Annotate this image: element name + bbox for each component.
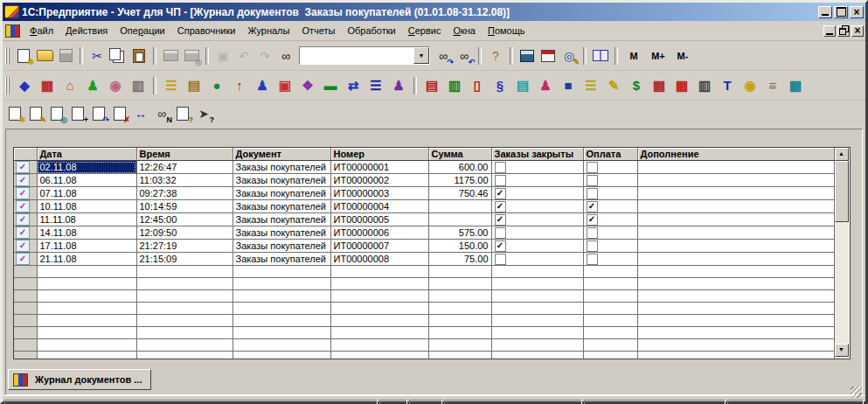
child-minimize-button[interactable] bbox=[823, 25, 836, 37]
help-icon[interactable]: ? bbox=[485, 46, 506, 66]
money-coins-icon[interactable]: ☰ bbox=[160, 75, 183, 96]
new-document-icon[interactable]: ✱ bbox=[13, 46, 34, 66]
cell-paid[interactable] bbox=[583, 253, 637, 266]
cell-paid[interactable] bbox=[583, 226, 637, 240]
view-row-icon[interactable]: ◎ bbox=[46, 104, 67, 123]
cell-closed[interactable]: ✓ bbox=[491, 240, 583, 253]
cell-extra[interactable] bbox=[637, 200, 834, 213]
cell-icon[interactable]: ✓ bbox=[14, 226, 37, 240]
cell-extra[interactable] bbox=[637, 187, 834, 200]
cell-doc[interactable]: Заказы покупателей bbox=[233, 200, 330, 213]
vertical-scrollbar[interactable]: ▲ ▼ bbox=[835, 148, 849, 357]
calendar-icon[interactable] bbox=[538, 46, 559, 66]
goods-cube-icon[interactable]: ◆ bbox=[13, 75, 36, 96]
equipment-icon[interactable]: ■ bbox=[557, 75, 580, 96]
cell-sum[interactable]: 750.46 bbox=[428, 187, 491, 200]
copy-row-icon[interactable]: + bbox=[67, 104, 88, 123]
find-by-number-icon[interactable]: ∞N bbox=[151, 104, 172, 123]
cell-extra[interactable] bbox=[637, 253, 834, 266]
menu-references[interactable]: Справочники bbox=[171, 23, 242, 38]
organization-building-icon[interactable]: ▥ bbox=[127, 75, 149, 96]
table-row[interactable]: ✓17.11.0821:27:19Заказы покупателейИТ000… bbox=[14, 240, 834, 253]
persons-pair-icon[interactable]: ♟ bbox=[534, 75, 557, 96]
search-combobox[interactable]: ▼ bbox=[299, 46, 430, 65]
cell-num[interactable]: ИТ00000005 bbox=[330, 213, 428, 226]
text-document-icon[interactable]: T bbox=[716, 75, 739, 96]
document-red-icon[interactable]: ▯ bbox=[466, 75, 489, 96]
table-row[interactable]: ✓10.11.0810:14:59Заказы покупателейИТ000… bbox=[14, 200, 834, 213]
cell-time[interactable]: 12:09:50 bbox=[136, 226, 233, 240]
cell-doc[interactable]: Заказы покупателей bbox=[233, 213, 330, 226]
advance-report-icon[interactable]: ♟ bbox=[251, 75, 274, 96]
cell-paid[interactable] bbox=[583, 187, 637, 200]
cell-time[interactable]: 11:03:32 bbox=[136, 174, 233, 187]
color-calculator-icon[interactable]: ▦ bbox=[784, 75, 807, 96]
warehouse-house-icon[interactable]: ⌂ bbox=[59, 75, 81, 96]
money-bag-icon[interactable]: ● bbox=[205, 75, 228, 96]
document-t-icon[interactable]: ▥ bbox=[443, 75, 466, 96]
cash-register-icon[interactable]: ▥ bbox=[693, 75, 716, 96]
cell-num[interactable]: ИТ00000006 bbox=[330, 226, 428, 240]
cell-paid[interactable]: ✓ bbox=[583, 213, 637, 226]
table-report-icon[interactable]: ▦ bbox=[670, 75, 693, 96]
cell-time[interactable]: 12:26:47 bbox=[136, 161, 233, 174]
truck-icon[interactable]: ▣ bbox=[274, 75, 296, 96]
cell-date[interactable]: 02.11.08 bbox=[37, 161, 136, 174]
table-row[interactable]: ✓14.11.0812:09:50Заказы покупателейИТ000… bbox=[14, 226, 834, 240]
cell-doc[interactable]: Заказы покупателей bbox=[233, 253, 330, 266]
cell-time[interactable]: 12:45:00 bbox=[136, 213, 233, 226]
cell-doc[interactable]: Заказы покупателей bbox=[233, 226, 330, 240]
income-document-icon[interactable]: ↑ bbox=[228, 75, 251, 96]
find-backward-icon[interactable]: ∞↶ bbox=[454, 46, 475, 66]
employee-report-icon[interactable]: ♟ bbox=[387, 75, 410, 96]
table-row[interactable]: ✓07.11.0809:27:38Заказы покупателейИТ000… bbox=[14, 187, 834, 200]
tab-journal-documents[interactable]: Журнал документов ... bbox=[8, 369, 151, 390]
delete-row-icon[interactable]: ✗ bbox=[109, 104, 130, 123]
employee-icon[interactable]: ♟ bbox=[81, 75, 104, 96]
calculator-icon[interactable] bbox=[517, 46, 538, 66]
cell-closed[interactable]: ✓ bbox=[491, 213, 583, 226]
menu-processing[interactable]: Обработки bbox=[341, 23, 401, 38]
cell-date[interactable]: 14.11.08 bbox=[37, 226, 136, 240]
coin-icon[interactable]: ◉ bbox=[739, 75, 761, 96]
cell-icon[interactable]: ✓ bbox=[14, 240, 37, 253]
cell-doc[interactable]: Заказы покупателей bbox=[233, 174, 330, 187]
cut-icon[interactable]: ✂ bbox=[87, 46, 108, 66]
child-restore-button[interactable] bbox=[837, 25, 850, 37]
cell-date[interactable]: 06.11.08 bbox=[37, 174, 136, 187]
coins-document-icon[interactable]: ☰ bbox=[580, 75, 602, 96]
minimize-button[interactable] bbox=[818, 6, 832, 18]
cell-date[interactable]: 11.11.08 bbox=[37, 213, 136, 226]
cell-closed[interactable] bbox=[491, 226, 583, 240]
cell-num[interactable]: ИТ00000007 bbox=[330, 240, 428, 253]
menu-journals[interactable]: Журналы bbox=[241, 23, 295, 38]
cell-num[interactable]: ИТ00000002 bbox=[330, 174, 428, 187]
cell-sum[interactable]: 75.00 bbox=[428, 253, 491, 266]
cell-sum[interactable]: 575.00 bbox=[428, 226, 491, 240]
goods-cubes-icon[interactable]: ❖ bbox=[296, 75, 319, 96]
menu-file[interactable]: Файл bbox=[24, 23, 59, 38]
currency-dm-icon[interactable]: $ bbox=[625, 75, 648, 96]
cell-closed[interactable] bbox=[491, 161, 583, 174]
table-row[interactable]: ✓21.11.0821:15:09Заказы покупателейИТ000… bbox=[14, 253, 834, 266]
cell-sum[interactable]: 150.00 bbox=[428, 240, 491, 253]
memory-recall-button[interactable]: M bbox=[621, 46, 646, 66]
cell-extra[interactable] bbox=[637, 226, 834, 240]
cell-icon[interactable]: ✓ bbox=[14, 161, 37, 174]
scrollbar-thumb[interactable] bbox=[835, 161, 849, 222]
cell-time[interactable]: 21:27:19 bbox=[136, 240, 233, 253]
cell-paid[interactable]: ✓ bbox=[583, 200, 637, 213]
search-input[interactable] bbox=[300, 47, 413, 64]
table-row[interactable]: ✓11.11.0812:45:00Заказы покупателейИТ000… bbox=[14, 213, 834, 226]
menu-operations[interactable]: Операции bbox=[114, 23, 170, 38]
scrollbar-down-button[interactable]: ▼ bbox=[835, 344, 849, 357]
toolbar-grip[interactable] bbox=[5, 77, 10, 94]
cell-doc[interactable]: Заказы покупателей bbox=[233, 187, 330, 200]
menu-actions[interactable]: Действия bbox=[59, 23, 114, 38]
move-row-icon[interactable]: ↷ bbox=[88, 104, 109, 123]
cell-time[interactable]: 10:14:59 bbox=[136, 200, 233, 213]
cell-doc[interactable]: Заказы покупателей bbox=[233, 161, 330, 174]
cell-paid[interactable] bbox=[583, 161, 637, 174]
new-row-icon[interactable]: ✱ bbox=[4, 104, 25, 123]
cell-icon[interactable]: ✓ bbox=[14, 213, 37, 226]
